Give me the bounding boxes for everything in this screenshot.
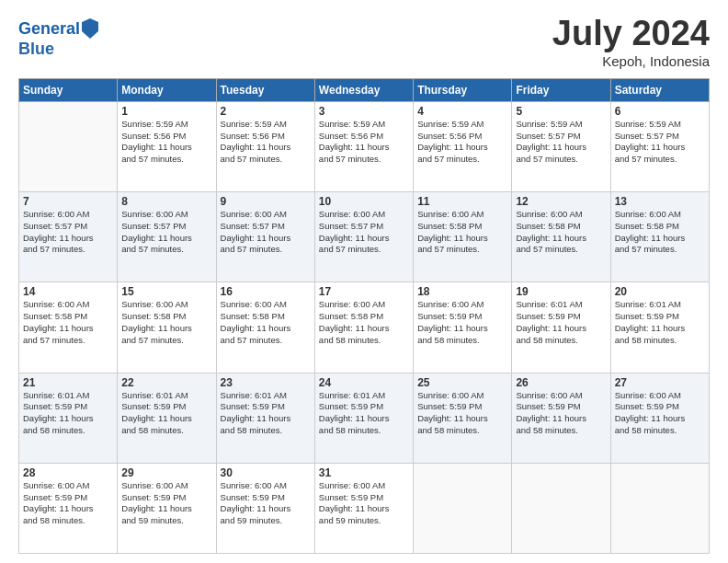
day-info: Sunrise: 6:01 AMSunset: 5:59 PMDaylight:… [615,299,705,346]
day-info: Sunrise: 6:01 AMSunset: 5:59 PMDaylight:… [319,390,409,437]
day-info: Sunrise: 6:00 AMSunset: 5:59 PMDaylight:… [23,480,113,527]
day-number: 3 [319,105,409,118]
table-row: 28Sunrise: 6:00 AMSunset: 5:59 PMDayligh… [19,463,118,553]
table-row [512,463,610,553]
day-info: Sunrise: 5:59 AMSunset: 5:56 PMDaylight:… [121,119,211,166]
table-row: 6Sunrise: 5:59 AMSunset: 5:57 PMDaylight… [610,101,709,191]
table-row: 14Sunrise: 6:00 AMSunset: 5:58 PMDayligh… [19,282,118,373]
day-info: Sunrise: 6:01 AMSunset: 5:59 PMDaylight:… [121,390,211,437]
day-number: 10 [319,195,409,208]
day-number: 1 [121,105,211,118]
day-number: 2 [221,105,311,118]
day-info: Sunrise: 6:00 AMSunset: 5:57 PMDaylight:… [23,209,113,256]
day-info: Sunrise: 6:00 AMSunset: 5:58 PMDaylight:… [121,299,211,346]
table-row: 26Sunrise: 6:00 AMSunset: 5:59 PMDayligh… [512,373,610,463]
col-monday: Monday [118,78,216,101]
logo: General Blue [18,18,98,59]
table-row: 22Sunrise: 6:01 AMSunset: 5:59 PMDayligh… [118,373,216,463]
logo-general: General [18,20,80,39]
day-info: Sunrise: 6:00 AMSunset: 5:58 PMDaylight:… [417,209,507,256]
logo-blue: Blue [18,40,98,59]
day-number: 25 [417,376,507,389]
day-number: 5 [516,105,606,118]
day-number: 6 [615,105,705,118]
table-row: 3Sunrise: 5:59 AMSunset: 5:56 PMDaylight… [314,101,413,191]
day-info: Sunrise: 5:59 AMSunset: 5:57 PMDaylight:… [516,119,606,166]
calendar-week-row: 1Sunrise: 5:59 AMSunset: 5:56 PMDaylight… [19,101,710,191]
calendar-week-row: 28Sunrise: 6:00 AMSunset: 5:59 PMDayligh… [19,463,710,553]
day-number: 11 [417,195,507,208]
day-number: 16 [221,285,311,298]
calendar-week-row: 14Sunrise: 6:00 AMSunset: 5:58 PMDayligh… [19,282,710,373]
day-number: 29 [121,466,211,479]
table-row: 5Sunrise: 5:59 AMSunset: 5:57 PMDaylight… [512,101,610,191]
day-number: 31 [319,466,409,479]
day-info: Sunrise: 6:00 AMSunset: 5:59 PMDaylight:… [417,390,507,437]
table-row: 19Sunrise: 6:01 AMSunset: 5:59 PMDayligh… [512,282,610,373]
day-number: 21 [23,376,113,389]
calendar-week-row: 21Sunrise: 6:01 AMSunset: 5:59 PMDayligh… [19,373,710,463]
day-number: 24 [319,376,409,389]
day-info: Sunrise: 6:00 AMSunset: 5:58 PMDaylight:… [221,299,311,346]
day-info: Sunrise: 6:00 AMSunset: 5:57 PMDaylight:… [319,209,409,256]
table-row: 21Sunrise: 6:01 AMSunset: 5:59 PMDayligh… [19,373,118,463]
day-number: 8 [121,195,211,208]
table-row: 2Sunrise: 5:59 AMSunset: 5:56 PMDaylight… [216,101,314,191]
table-row: 17Sunrise: 6:00 AMSunset: 5:58 PMDayligh… [314,282,413,373]
day-number: 4 [417,105,507,118]
day-number: 30 [221,466,311,479]
logo-icon [82,18,98,39]
day-info: Sunrise: 6:00 AMSunset: 5:57 PMDaylight:… [121,209,211,256]
day-info: Sunrise: 6:00 AMSunset: 5:59 PMDaylight:… [319,480,409,527]
col-sunday: Sunday [19,78,118,101]
calendar-week-row: 7Sunrise: 6:00 AMSunset: 5:57 PMDaylight… [19,192,710,282]
day-number: 15 [121,285,211,298]
day-info: Sunrise: 6:01 AMSunset: 5:59 PMDaylight:… [221,390,311,437]
table-row: 25Sunrise: 6:00 AMSunset: 5:59 PMDayligh… [414,373,512,463]
table-row: 11Sunrise: 6:00 AMSunset: 5:58 PMDayligh… [414,192,512,282]
calendar-header-row: Sunday Monday Tuesday Wednesday Thursday… [19,78,710,101]
col-tuesday: Tuesday [216,78,314,101]
col-wednesday: Wednesday [314,78,413,101]
table-row: 27Sunrise: 6:00 AMSunset: 5:59 PMDayligh… [610,373,709,463]
table-row: 1Sunrise: 5:59 AMSunset: 5:56 PMDaylight… [118,101,216,191]
day-info: Sunrise: 6:01 AMSunset: 5:59 PMDaylight:… [516,299,606,346]
table-row: 18Sunrise: 6:00 AMSunset: 5:59 PMDayligh… [414,282,512,373]
day-number: 27 [615,376,705,389]
page: General Blue July 2024 Kepoh, Indonesia … [0,0,728,563]
table-row [19,101,118,191]
title-block: July 2024 Kepoh, Indonesia [552,15,710,69]
day-number: 26 [516,376,606,389]
day-number: 12 [516,195,606,208]
day-number: 23 [221,376,311,389]
day-info: Sunrise: 6:01 AMSunset: 5:59 PMDaylight:… [23,390,113,437]
day-info: Sunrise: 6:00 AMSunset: 5:58 PMDaylight:… [516,209,606,256]
col-saturday: Saturday [610,78,709,101]
day-info: Sunrise: 6:00 AMSunset: 5:59 PMDaylight:… [221,480,311,527]
day-number: 20 [615,285,705,298]
calendar: Sunday Monday Tuesday Wednesday Thursday… [18,78,710,554]
day-info: Sunrise: 6:00 AMSunset: 5:58 PMDaylight:… [615,209,705,256]
month-year: July 2024 [552,15,710,53]
table-row: 20Sunrise: 6:01 AMSunset: 5:59 PMDayligh… [610,282,709,373]
col-thursday: Thursday [414,78,512,101]
day-number: 17 [319,285,409,298]
day-info: Sunrise: 6:00 AMSunset: 5:57 PMDaylight:… [221,209,311,256]
day-info: Sunrise: 5:59 AMSunset: 5:56 PMDaylight:… [417,119,507,166]
header: General Blue July 2024 Kepoh, Indonesia [18,15,710,69]
table-row: 16Sunrise: 6:00 AMSunset: 5:58 PMDayligh… [216,282,314,373]
table-row: 29Sunrise: 6:00 AMSunset: 5:59 PMDayligh… [118,463,216,553]
table-row: 8Sunrise: 6:00 AMSunset: 5:57 PMDaylight… [118,192,216,282]
table-row: 12Sunrise: 6:00 AMSunset: 5:58 PMDayligh… [512,192,610,282]
day-info: Sunrise: 6:00 AMSunset: 5:59 PMDaylight:… [417,299,507,346]
day-info: Sunrise: 5:59 AMSunset: 5:57 PMDaylight:… [615,119,705,166]
day-number: 18 [417,285,507,298]
col-friday: Friday [512,78,610,101]
day-number: 14 [23,285,113,298]
day-info: Sunrise: 5:59 AMSunset: 5:56 PMDaylight:… [319,119,409,166]
day-info: Sunrise: 6:00 AMSunset: 5:59 PMDaylight:… [615,390,705,437]
day-number: 13 [615,195,705,208]
day-info: Sunrise: 5:59 AMSunset: 5:56 PMDaylight:… [221,119,311,166]
day-number: 19 [516,285,606,298]
day-info: Sunrise: 6:00 AMSunset: 5:58 PMDaylight:… [319,299,409,346]
